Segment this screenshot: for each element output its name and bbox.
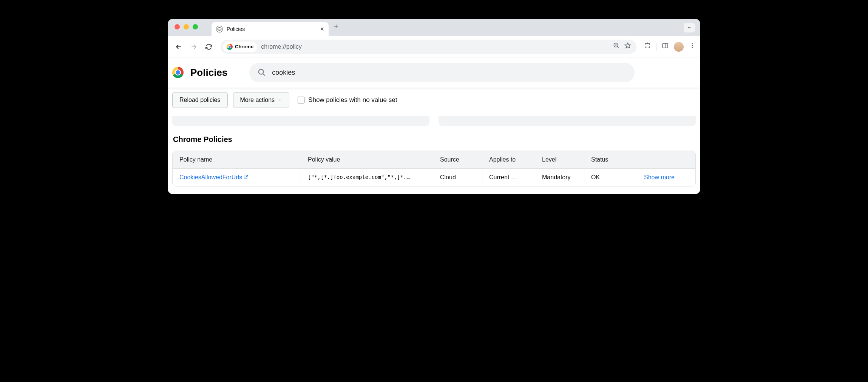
show-more-link[interactable]: Show more: [644, 174, 675, 180]
svg-point-6: [692, 47, 693, 48]
policy-name-text: CookiesAllowedForUrls: [179, 174, 242, 181]
svg-point-5: [692, 45, 693, 46]
info-card: [439, 116, 696, 126]
more-actions-button[interactable]: More actions: [233, 92, 290, 108]
zoom-icon[interactable]: [613, 42, 620, 51]
cell-applies: Current …: [482, 169, 535, 186]
policy-search-input[interactable]: [272, 69, 626, 77]
chrome-icon: [227, 44, 233, 50]
reload-button[interactable]: [202, 40, 215, 53]
action-bar: Reload policies More actions Show polici…: [168, 88, 700, 115]
cell-source: Cloud: [433, 169, 482, 186]
search-icon: [258, 68, 266, 77]
table-row: CookiesAllowedForUrls ["*,[*.]foo.exampl…: [173, 168, 695, 186]
side-panel-icon[interactable]: [662, 42, 669, 51]
forward-button[interactable]: [187, 40, 200, 53]
tab-title: Policies: [227, 26, 316, 32]
cell-action: Show more: [637, 169, 690, 186]
more-actions-label: More actions: [240, 97, 275, 103]
th-source: Source: [433, 151, 482, 168]
cell-status: OK: [584, 169, 637, 186]
profile-avatar[interactable]: [674, 42, 684, 52]
page-title: Policies: [190, 67, 227, 79]
th-status: Status: [584, 151, 637, 168]
svg-point-2: [647, 43, 648, 43]
back-button[interactable]: [172, 40, 185, 53]
close-tab-icon[interactable]: ×: [320, 25, 324, 33]
checkbox[interactable]: [298, 97, 304, 103]
policy-name-link[interactable]: CookiesAllowedForUrls: [179, 174, 248, 181]
external-link-icon: [244, 175, 248, 180]
extensions-icon[interactable]: [644, 42, 651, 51]
address-bar[interactable]: Chrome chrome://policy: [221, 40, 636, 54]
page-content: Chrome Policies Policy name Policy value…: [168, 115, 700, 194]
svg-point-7: [259, 69, 264, 74]
chrome-logo-icon: [172, 67, 184, 78]
cell-level: Mandatory: [535, 169, 584, 186]
window-controls: [175, 24, 198, 29]
page-header: Policies: [168, 57, 700, 88]
title-bar: Policies × +: [168, 19, 700, 36]
th-policy-name: Policy name: [173, 151, 301, 168]
browser-toolbar: Chrome chrome://policy: [168, 36, 700, 57]
tab-overflow-button[interactable]: [684, 23, 695, 32]
policy-table: Policy name Policy value Source Applies …: [172, 151, 696, 186]
cell-policy-name: CookiesAllowedForUrls: [173, 169, 301, 186]
th-policy-value: Policy value: [301, 151, 433, 168]
info-card: [172, 116, 429, 126]
globe-icon: [216, 26, 223, 32]
site-chip[interactable]: Chrome: [223, 42, 257, 52]
dropdown-icon: [278, 98, 282, 102]
section-title: Chrome Policies: [173, 135, 696, 144]
chip-label: Chrome: [235, 44, 253, 49]
browser-tab[interactable]: Policies ×: [212, 22, 329, 36]
minimize-window-button[interactable]: [184, 24, 189, 29]
browser-window: Policies × + Chrome chrome://policy: [168, 19, 700, 194]
url-text: chrome://policy: [261, 43, 302, 50]
reload-policies-button[interactable]: Reload policies: [172, 92, 228, 108]
info-cards: [172, 116, 696, 126]
policy-search-box[interactable]: [249, 63, 635, 82]
reload-policies-label: Reload policies: [179, 97, 221, 103]
svg-point-4: [692, 43, 693, 44]
bookmark-icon[interactable]: [624, 42, 631, 51]
show-empty-policies-toggle[interactable]: Show policies with no value set: [298, 96, 397, 104]
th-applies: Applies to: [482, 151, 535, 168]
svg-rect-3: [663, 43, 668, 48]
table-header: Policy name Policy value Source Applies …: [173, 151, 695, 168]
menu-icon[interactable]: [689, 42, 696, 51]
cell-policy-value: ["*,[*.]foo.example.com","*,[*.…: [301, 169, 433, 186]
th-level: Level: [535, 151, 584, 168]
divider: [656, 43, 656, 51]
checkbox-label: Show policies with no value set: [308, 96, 397, 104]
maximize-window-button[interactable]: [193, 24, 198, 29]
th-action: [637, 151, 690, 168]
close-window-button[interactable]: [175, 24, 180, 29]
new-tab-button[interactable]: +: [334, 22, 338, 31]
